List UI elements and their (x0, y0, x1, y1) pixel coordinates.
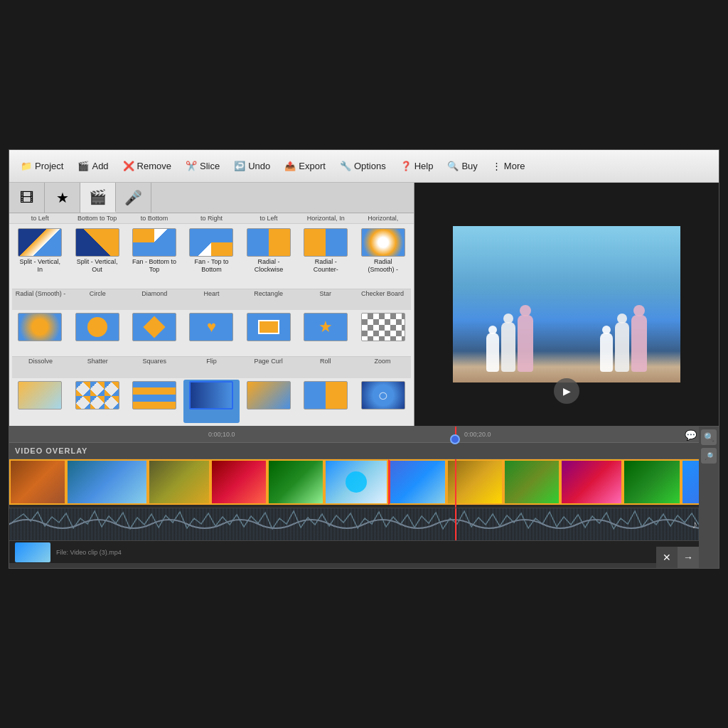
transition-split-vertical-in[interactable]: Split - Vertical, In (12, 227, 68, 287)
clip-2[interactable] (66, 459, 148, 505)
export-button[interactable]: 📤 Export (279, 158, 331, 174)
transition-thumb-radial-clockwise (247, 228, 291, 257)
transition-label-split-vertical-in: Split - Vertical, In (17, 258, 63, 274)
toolbar: 📁 Project 🎬 Add ❌ Remove ✂️ Slice ↩️ Und… (9, 150, 719, 183)
transition-label-radial-counter: Radial - Counter- (303, 258, 348, 274)
add-button[interactable]: 🎬 Add (72, 158, 114, 174)
waveform-svg (9, 508, 700, 540)
clip-strip (9, 459, 719, 508)
bottom-thumbnail (15, 542, 50, 562)
clip-4[interactable] (210, 459, 267, 505)
options-icon: 🔧 (340, 161, 351, 171)
clip-10[interactable] (560, 459, 623, 505)
clip-1[interactable] (9, 459, 66, 505)
clip-5[interactable] (267, 459, 324, 505)
transition-diamond[interactable] (127, 311, 182, 355)
transition-fan-bottom-top[interactable]: Fan - Bottom to Top (127, 227, 182, 287)
clip-3[interactable] (148, 459, 210, 505)
transition-radial-smooth2[interactable] (12, 311, 68, 355)
audio-playhead (455, 508, 456, 540)
transition-radial-clockwise[interactable]: Radial - Clockwise (241, 227, 296, 287)
row2-label-7: Checker Board (354, 290, 411, 309)
row3-label-2: Shatter (69, 358, 126, 377)
tab-audio[interactable]: 🎤 (116, 183, 151, 213)
video-frame-right (567, 226, 680, 382)
clip-8[interactable] (446, 459, 503, 505)
clip-6[interactable] (324, 459, 388, 505)
playhead-diamond (450, 434, 460, 444)
zoom-out-button[interactable]: 🔍 (701, 429, 717, 445)
people-right (600, 315, 647, 372)
close-corner-button[interactable]: ✕ (656, 547, 678, 568)
options-button[interactable]: 🔧 Options (334, 158, 392, 174)
tab-media[interactable]: 🎞 (9, 183, 45, 213)
play-button[interactable]: ▶ (554, 378, 579, 404)
help-button[interactable]: ❓ Help (395, 158, 439, 174)
transition-radial-smooth[interactable]: Radial (Smooth) - (355, 227, 411, 287)
more-button[interactable]: ⋮ More (486, 158, 531, 174)
video-preview (453, 226, 680, 382)
project-button[interactable]: 📁 Project (15, 158, 69, 174)
tab-transitions[interactable]: 🎬 (80, 183, 116, 213)
main-content: 🎞 ★ 🎬 🎤 to Left Bottom to Top to Bottom … (9, 183, 719, 426)
corner-buttons: ✕ → (656, 547, 699, 568)
remove-button[interactable]: ❌ Remove (117, 158, 177, 174)
transition-label-split-vertical-out: Split - Vertical, Out (75, 258, 120, 274)
transition-shatter[interactable] (69, 380, 124, 423)
clip-11[interactable] (623, 459, 681, 505)
transition-checker[interactable] (355, 311, 411, 355)
transition-split-vertical-out[interactable]: Split - Vertical, Out (69, 227, 124, 287)
row2-label-1: Radial (Smooth) - (12, 290, 69, 309)
transition-circle[interactable] (69, 311, 124, 355)
timeline-ruler: 0:00;10.0 0:00;20.0 (9, 427, 719, 442)
transition-thumb-heart: ♥ (189, 313, 233, 341)
tab-favorites[interactable]: ★ (45, 183, 80, 213)
side-controls: 🔍 🔎 (699, 427, 719, 568)
col-label-7: Horizontal, (355, 215, 411, 222)
tab-bar: 🎞 ★ 🎬 🎤 (9, 183, 414, 213)
time-mark-20: 0:00;20.0 (464, 431, 491, 438)
transition-thumb-circle (75, 313, 119, 341)
transition-star[interactable]: ★ (298, 311, 353, 355)
clip-7[interactable] (388, 459, 446, 505)
transition-thumb-radial-smooth2 (18, 313, 62, 341)
transition-label-radial-clockwise: Radial - Clockwise (246, 258, 291, 274)
transition-thumb-shatter (75, 381, 119, 410)
transition-thumb-checker (361, 313, 405, 341)
row2-label-3: Diamond (126, 290, 183, 309)
undo-button[interactable]: ↩️ Undo (228, 158, 276, 174)
zoom-in-button[interactable]: 🔎 (701, 448, 717, 464)
transition-flip[interactable] (183, 380, 239, 423)
transition-thumb-zoom (361, 381, 405, 410)
timeline-area: 0:00;10.0 0:00;20.0 VIDEO OVERLAY 💬 (9, 426, 719, 568)
buy-button[interactable]: 🔍 Buy (441, 158, 483, 174)
transition-squares[interactable] (127, 380, 182, 423)
transition-thumb-flip (189, 381, 233, 410)
transition-dissolve[interactable] (12, 380, 68, 423)
video-preview-container: ▶ (453, 226, 680, 382)
transition-roll[interactable] (298, 380, 353, 423)
row2-label-5: Rectangle (240, 290, 297, 309)
col-label-6: Horizontal, In (298, 215, 353, 222)
forward-corner-button[interactable]: → (678, 547, 699, 568)
clip-9[interactable] (503, 459, 560, 505)
transition-radial-counter[interactable]: Radial - Counter- (298, 227, 353, 287)
more-icon: ⋮ (492, 161, 501, 171)
add-icon: 🎬 (77, 161, 89, 171)
bottom-text-1: File: Video clip (3).mp4 (56, 549, 122, 556)
transition-label-radial-smooth: Radial (Smooth) - (360, 258, 406, 274)
transition-zoom[interactable] (355, 380, 411, 423)
app-window: 📁 Project 🎬 Add ❌ Remove ✂️ Slice ↩️ Und… (9, 149, 719, 569)
transition-thumb-roll (304, 381, 348, 410)
slice-button[interactable]: ✂️ Slice (180, 158, 225, 174)
transition-pagecurl[interactable] (241, 380, 296, 423)
row2-label-6: Star (297, 290, 354, 309)
transition-fan-top-bottom[interactable]: Fan - Top to Bottom (183, 227, 239, 287)
transition-thumb-radial-smooth (361, 228, 405, 257)
row2-label-4: Heart (183, 290, 240, 309)
time-mark-10: 0:00;10.0 (208, 431, 235, 438)
transition-rectangle[interactable] (241, 311, 296, 355)
row2-label-2: Circle (69, 290, 126, 309)
transition-heart[interactable]: ♥ (183, 311, 239, 355)
transition-thumb-dissolve (18, 381, 62, 410)
